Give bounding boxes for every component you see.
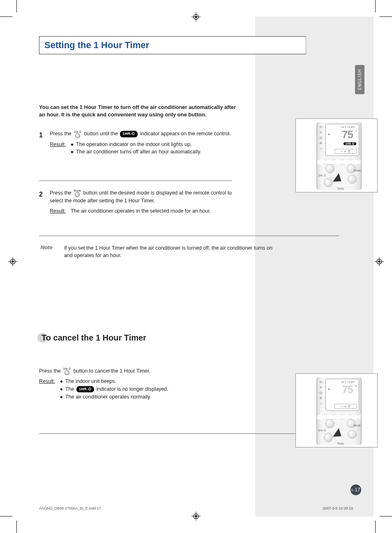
divider xyxy=(39,433,339,434)
remote-button-onehr xyxy=(324,178,333,187)
footer-file: ÁÀÒÞÏò_DB98-27555A_IB_E.indd 17 xyxy=(39,506,101,510)
note-text: If you set the 1 Hour Timer when the air… xyxy=(64,244,275,259)
section-title: Setting the 1 Hour Timer xyxy=(44,40,301,51)
onehr-button-icon: 1Hr.⏲ xyxy=(74,130,82,138)
cancel-text: button to cancel the 1 Hour Timer. xyxy=(74,368,151,374)
btn-label: Temp xyxy=(337,187,344,190)
step-text: Press the xyxy=(50,190,71,196)
step-number: 2 xyxy=(39,189,50,215)
btn-label: Temp xyxy=(337,442,344,445)
onehr-indicator-icon: 1HR.⏲ xyxy=(120,131,138,137)
result-bullets: The indoor unit beeps. The 1HR.⏲ indicat… xyxy=(60,378,168,401)
subsection-title: To cancel the 1 Hour Timer xyxy=(39,333,353,343)
step-text: Press the xyxy=(50,131,71,137)
remote-button-mode xyxy=(348,430,357,439)
result-label: Result: xyxy=(50,141,66,156)
step-text: indicator appears on the remote control. xyxy=(140,131,231,137)
registration-mark-icon xyxy=(375,257,384,266)
btn-label: Mode xyxy=(353,424,361,427)
result-bullets: The operation indicator on the indoor un… xyxy=(71,141,201,156)
divider xyxy=(39,236,339,236)
remote-illustration: ⟲✳⊘❄☼ SET TEMP. ◂ 75 ⤺ ❄ ⛄ 1Hr.⏲ Mode xyxy=(295,373,378,447)
btn-label: 1Hr.⏲ xyxy=(318,174,326,177)
mode-icons: ⟲✳⊘❄☼ xyxy=(319,125,323,151)
page-number: E-17 xyxy=(350,484,361,495)
svg-point-11 xyxy=(378,261,380,263)
mode-icons: ⟲✳⊘❄☼ xyxy=(319,380,323,406)
step-1: 1 Press the 1Hr.⏲ button until the 1HR.⏲… xyxy=(39,130,232,181)
remote-button-mode xyxy=(348,175,357,184)
result-text: The air conditioner operates in the sele… xyxy=(71,207,211,215)
svg-point-7 xyxy=(12,261,14,263)
result-label: Result: xyxy=(39,378,55,401)
remote-illustration: ⟲✳⊘❄☼ SET TEMP. ◂ 75 1HR.⏲ ⤺ ❄ ⛄ 1Hr.⏲ xyxy=(295,118,378,192)
remote-button xyxy=(325,419,334,428)
subsection-title-wrap: To cancel the 1 Hour Timer xyxy=(39,333,353,343)
cancel-text: Press the xyxy=(39,368,61,374)
page: ENGLISH Setting the 1 Hour Timer You can… xyxy=(18,16,374,517)
onehr-button-icon: 1Hr.⏲ xyxy=(63,367,71,375)
intro-text: You can set the 1 Hour Timer to turn off… xyxy=(39,104,236,118)
temp-value: 75 xyxy=(342,383,353,396)
btn-label: 1Hr.⏲ xyxy=(318,429,326,432)
footer: ÁÀÒÞÏò_DB98-27555A_IB_E.indd 17 2007-3-5… xyxy=(39,506,353,510)
btn-label: Mode xyxy=(353,169,361,172)
registration-mark-icon xyxy=(8,257,17,266)
onehr-indicator-icon: 1HR.⏲ xyxy=(76,386,94,393)
onehr-indicator-icon: 1HR.⏲ xyxy=(344,142,356,145)
temp-value: 75 xyxy=(342,128,353,141)
step-number: 1 xyxy=(39,130,50,156)
section-title-box: Setting the 1 Hour Timer xyxy=(39,36,306,54)
footer-timestamp: 2007-3-5 19:20:19 xyxy=(323,506,353,510)
result-label: Result: xyxy=(50,207,66,215)
cancel-block: Press the 1Hr.⏲ button to cancel the 1 H… xyxy=(39,367,232,401)
remote-button-onehr xyxy=(324,433,333,442)
step-2: 2 Press the Mode button until the desire… xyxy=(39,189,232,219)
note-label: Note xyxy=(39,244,53,259)
mode-button-icon: Mode xyxy=(74,189,81,197)
pointer-arrow-icon xyxy=(333,428,344,440)
note: Note If you set the 1 Hour Timer when th… xyxy=(39,244,275,259)
step-text: button until the xyxy=(84,131,118,137)
pointer-arrow-icon xyxy=(333,173,344,185)
remote-button xyxy=(325,164,334,173)
